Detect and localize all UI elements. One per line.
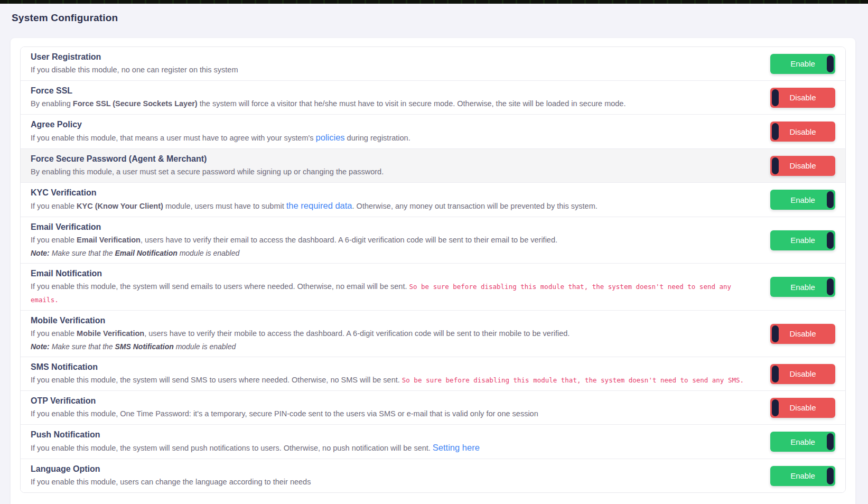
toggle-knob-icon <box>827 191 834 208</box>
module-title: User Registration <box>31 51 761 63</box>
text-segment: . Otherwise, any money out transaction w… <box>352 202 598 210</box>
text-segment: If you disable this module, no one can r… <box>31 66 238 74</box>
module-row-kyc-verification: KYC Verification If you enable KYC (Know… <box>21 183 845 217</box>
text-segment: the system will force a visitor that he/… <box>198 99 626 108</box>
text-segment: If you enable <box>31 202 77 210</box>
toggle-knob-icon <box>772 157 779 174</box>
toggle-knob-icon <box>827 278 834 295</box>
text-segment: module, users must have to submit <box>163 202 286 210</box>
force-secure-password-toggle-button[interactable]: Disable <box>770 156 835 176</box>
module-description: If you enable this module, that means a … <box>31 131 761 145</box>
configuration-card: User Registration If you disable this mo… <box>11 38 855 504</box>
text-segment: Note: <box>31 249 50 257</box>
agree-policy-toggle-button[interactable]: Disable <box>770 122 835 142</box>
force-ssl-toggle-button[interactable]: Disable <box>770 88 835 108</box>
text-segment: Force SSL (Secure Sockets Layer) <box>73 99 198 108</box>
email-notification-toggle-button[interactable]: Enable <box>770 277 835 297</box>
toggle-knob-icon <box>827 468 834 484</box>
module-description: If you enable Email Verification, users … <box>31 234 761 247</box>
text-segment: By enabling <box>31 99 73 108</box>
otp-verification-toggle-button[interactable]: Disable <box>770 398 835 418</box>
toggle-knob-icon <box>772 123 779 140</box>
text-segment: Note: <box>31 342 50 351</box>
push-notification-toggle-button[interactable]: Enable <box>770 432 835 452</box>
module-title: OTP Verification <box>31 395 761 407</box>
module-note: Note: Make sure that the SMS Notificatio… <box>31 340 761 353</box>
module-description: If you disable this module, no one can r… <box>31 63 761 77</box>
toggle-label: Enable <box>790 195 815 204</box>
module-title: Push Notification <box>31 428 761 441</box>
text-segment: If you enable this module, that means a … <box>31 134 316 142</box>
text-segment: If you enable this module, the system wi… <box>31 376 402 384</box>
module-row-agree-policy: Agree Policy If you enable this module, … <box>21 115 845 149</box>
text-segment: So be sure before disabling this module … <box>402 376 744 384</box>
module-title: KYC Verification <box>31 186 761 199</box>
text-segment: during registration. <box>345 134 410 142</box>
module-row-force-ssl: Force SSL By enabling Force SSL (Secure … <box>21 81 845 115</box>
module-title: SMS Notification <box>31 361 761 374</box>
toggle-label: Disable <box>789 127 816 136</box>
toggle-label: Enable <box>790 437 815 446</box>
toggle-knob-icon <box>827 55 834 72</box>
inline-link[interactable]: policies <box>316 133 345 142</box>
module-row-email-verification: Email Verification If you enable Email V… <box>21 217 845 264</box>
text-segment: , users have to verify their email to ac… <box>141 236 557 244</box>
module-title: Email Notification <box>31 267 761 280</box>
toggle-knob-icon <box>772 325 779 342</box>
text-segment: Email Notification <box>115 249 178 257</box>
toggle-knob-icon <box>772 89 779 106</box>
top-window-strip <box>0 0 868 4</box>
text-segment: Email Verification <box>77 236 141 244</box>
module-title: Agree Policy <box>31 118 761 131</box>
language-option-toggle-button[interactable]: Enable <box>770 466 835 486</box>
module-title: Mobile Verification <box>31 314 761 327</box>
toggle-label: Enable <box>790 59 815 68</box>
toggle-label: Enable <box>790 283 815 292</box>
text-segment: Make sure that the <box>50 342 115 351</box>
toggle-label: Enable <box>790 471 815 480</box>
module-title: Language Option <box>31 463 761 475</box>
module-row-sms-notification: SMS Notification If you enable this modu… <box>21 357 845 391</box>
mobile-verification-toggle-button[interactable]: Disable <box>770 324 835 344</box>
module-row-language-option: Language Option If you enable this modul… <box>21 459 845 492</box>
module-row-otp-verification: OTP Verification If you enable this modu… <box>21 391 845 425</box>
module-description: If you enable this module, the system wi… <box>31 441 761 455</box>
module-description: If you enable this module, users can cha… <box>31 475 761 489</box>
text-segment: SMS Notification <box>115 342 174 351</box>
toggle-knob-icon <box>772 366 779 382</box>
text-segment: If you enable this module, the system wi… <box>31 444 433 452</box>
text-segment: If you enable this module, the system wi… <box>31 282 409 291</box>
module-description: If you enable this module, the system wi… <box>31 280 761 306</box>
text-segment: , users have to verify their mobile to a… <box>144 329 570 338</box>
toggle-knob-icon <box>827 232 834 249</box>
text-segment: module is enabled <box>178 249 240 257</box>
toggle-knob-icon <box>772 399 779 416</box>
sms-notification-toggle-button[interactable]: Disable <box>770 364 835 384</box>
text-segment: If you enable this module, users can cha… <box>31 478 311 486</box>
toggle-label: Disable <box>789 329 816 338</box>
module-description: If you enable this module, the system wi… <box>31 374 761 387</box>
module-description: By enabling Force SSL (Secure Sockets La… <box>31 97 761 110</box>
module-row-email-notification: Email Notification If you enable this mo… <box>21 264 845 311</box>
kyc-verification-toggle-button[interactable]: Enable <box>770 190 835 210</box>
toggle-label: Disable <box>789 161 816 170</box>
module-row-push-notification: Push Notification If you enable this mod… <box>21 425 845 459</box>
module-description: If you enable KYC (Know Your Client) mod… <box>31 199 761 213</box>
page-title: System Configuration <box>12 12 856 24</box>
inline-link[interactable]: Setting here <box>433 443 480 452</box>
text-segment: If you enable <box>31 236 77 244</box>
module-row-user-registration: User Registration If you disable this mo… <box>21 47 845 81</box>
module-description: By enabling this module, a user must set… <box>31 165 761 179</box>
email-verification-toggle-button[interactable]: Enable <box>770 230 835 250</box>
module-row-force-secure-password: Force Secure Password (Agent & Merchant)… <box>21 149 845 183</box>
inline-link[interactable]: the required data <box>286 201 352 210</box>
module-row-mobile-verification: Mobile Verification If you enable Mobile… <box>21 311 845 357</box>
text-segment: Make sure that the <box>50 249 115 257</box>
module-description: If you enable this module, One Time Pass… <box>31 407 761 421</box>
module-title: Email Verification <box>31 221 761 234</box>
text-segment: If you enable <box>31 329 77 338</box>
text-segment: If you enable this module, One Time Pass… <box>31 409 538 418</box>
toggle-label: Disable <box>789 403 816 412</box>
module-title: Force Secure Password (Agent & Merchant) <box>31 153 761 165</box>
user-registration-toggle-button[interactable]: Enable <box>770 54 835 74</box>
